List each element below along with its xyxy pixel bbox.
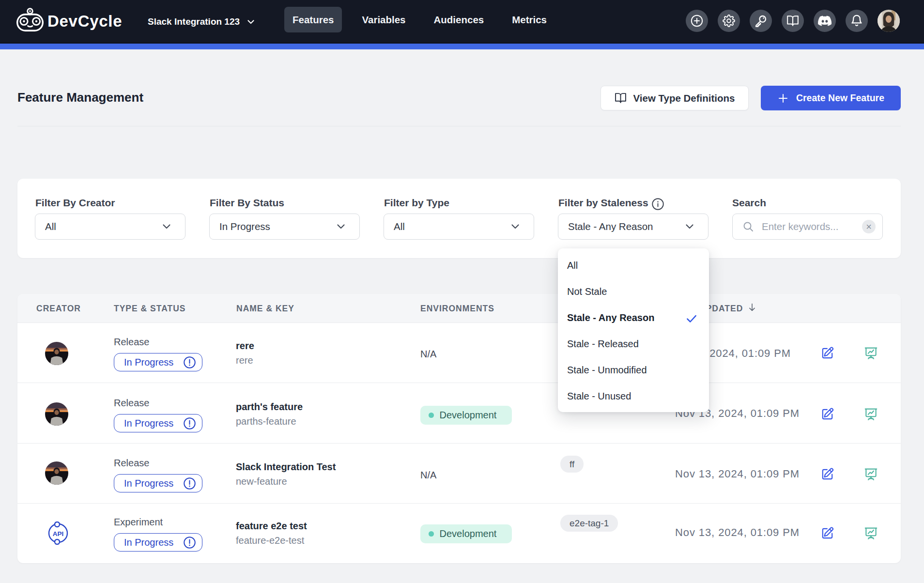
- svg-text:API: API: [53, 530, 64, 537]
